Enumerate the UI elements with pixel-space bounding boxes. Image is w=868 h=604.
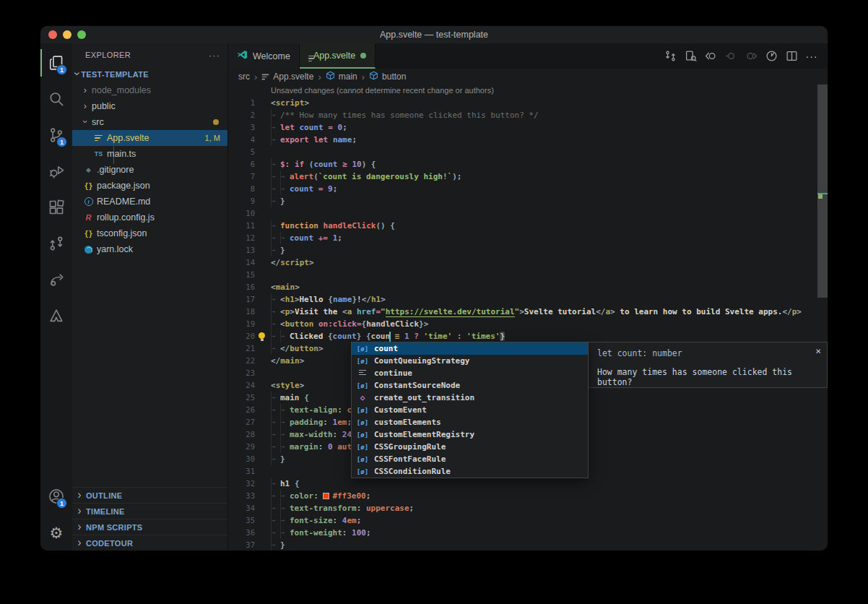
code-line-2[interactable]: 2→/** How many times has someone clicked… <box>228 109 828 121</box>
code-line-1[interactable]: 1<script> <box>228 97 828 109</box>
accounts-activity-icon[interactable]: 1 <box>40 478 72 514</box>
lightbulb-icon[interactable] <box>258 332 266 340</box>
more-actions-icon[interactable]: ··· <box>803 48 820 65</box>
open-changes-icon[interactable] <box>682 48 699 65</box>
tree-folder-src[interactable]: ›src <box>72 114 227 130</box>
section-label: OUTLINE <box>86 491 122 500</box>
code-line-14[interactable]: 14</script> <box>228 256 828 269</box>
breadcrumb-item-src[interactable]: src <box>238 72 250 82</box>
code-line-9[interactable]: 9→} <box>228 195 828 207</box>
breadcrumb-separator: › <box>318 72 321 82</box>
code-line-3[interactable]: 3→let count = 0; <box>228 121 828 134</box>
extensions-activity-icon[interactable] <box>40 189 72 225</box>
variable-symbol-icon: [ø] <box>355 382 370 389</box>
explorer-more-actions-icon[interactable]: ··· <box>209 50 220 61</box>
run-file-icon[interactable] <box>763 48 780 65</box>
variable-symbol-icon: [ø] <box>355 468 370 475</box>
suggestion-create_out_transition[interactable]: ◇create_out_transition <box>352 392 588 404</box>
breadcrumb-item-app-svelte[interactable]: App.svelte <box>261 72 313 82</box>
code-editor[interactable]: Unsaved changes (cannot determine recent… <box>228 85 828 551</box>
editor-scrollbar[interactable] <box>817 85 828 551</box>
code-line-16[interactable]: 16<main> <box>228 281 828 293</box>
code-line-12[interactable]: 12→→count += 1; <box>228 232 828 244</box>
tree-file-tsconfig-json[interactable]: {}tsconfig.json <box>72 225 227 241</box>
code-line-20[interactable]: 20→→Clicked {count} {coun ≡ 1 ? 'time' :… <box>228 330 828 342</box>
tree-file-readme-md[interactable]: iREADME.md <box>72 194 227 210</box>
code-line-4[interactable]: 4→export let name; <box>228 134 828 146</box>
suggestion-constantsourcenode[interactable]: [ø]ConstantSourceNode <box>352 379 588 392</box>
suggestion-cssgroupingrule[interactable]: [ø]CSSGroupingRule <box>352 441 588 453</box>
code-line-37[interactable]: 37→} <box>228 539 828 551</box>
section-codetour[interactable]: ›CODETOUR <box>72 535 227 551</box>
nav-back-icon[interactable] <box>702 48 719 65</box>
tree-folder-node-modules[interactable]: ›node_modules <box>72 82 227 98</box>
split-editor-icon[interactable] <box>783 48 800 65</box>
code-line-13[interactable]: 13→} <box>228 244 828 256</box>
breadcrumb-item-main[interactable]: main <box>326 71 357 82</box>
breadcrumb-item-button[interactable]: button <box>369 71 406 82</box>
code-line-15[interactable]: 15 <box>228 269 828 281</box>
code-line-17[interactable]: 17→<h1>Hello {name}!</h1> <box>228 293 828 306</box>
section-timeline[interactable]: ›TIMELINE <box>72 503 227 519</box>
suggestion-cssconditionrule[interactable]: [ø]CSSConditionRule <box>352 465 588 478</box>
code-line-18[interactable]: 18→<p>Visit the <a href="https://svelte.… <box>228 306 828 318</box>
suggestion-continue[interactable]: continue <box>352 367 588 379</box>
code-line-34[interactable]: 34→→text-transform: uppercase; <box>228 502 828 514</box>
tree-file-main-ts[interactable]: TSmain.ts <box>72 146 227 162</box>
tab-app-svelte[interactable]: App.svelte <box>300 43 376 69</box>
code-line-8[interactable]: 8→→count = 9; <box>228 183 828 195</box>
tab-welcome[interactable]: Welcome <box>228 43 300 69</box>
tree-file-app-svelte[interactable]: App.svelte1, M <box>72 130 227 146</box>
tab-label: App.svelte <box>313 51 355 61</box>
tree-file-package-json[interactable]: {}package.json <box>72 178 227 194</box>
section-label: NPM SCRIPTS <box>86 523 142 532</box>
suggestion-label: customElements <box>374 418 441 427</box>
code-line-36[interactable]: 36→→font-weight: 100; <box>228 527 828 539</box>
tree-file--gitignore[interactable]: ◆.gitignore <box>72 162 227 178</box>
code-line-19[interactable]: 19→<button on:click={handleClick}> <box>228 318 828 330</box>
git-compare-icon[interactable] <box>661 48 679 65</box>
line-number: 8 <box>228 183 271 195</box>
settings-activity-icon[interactable]: ⚙ <box>40 514 72 551</box>
file-label: App.svelte <box>107 133 149 143</box>
section-npm-scripts[interactable]: ›NPM SCRIPTS <box>72 519 227 535</box>
explorer-activity-icon[interactable]: 1 <box>40 45 72 81</box>
suggestion-customelementregistry[interactable]: [ø]CustomElementRegistry <box>352 428 588 441</box>
titlebar[interactable]: App.svelte — test-template <box>40 26 828 43</box>
modified-dot[interactable] <box>360 53 366 59</box>
code-line-10[interactable]: 10 <box>228 207 828 220</box>
run-debug-activity-icon[interactable] <box>40 153 72 189</box>
next-change-icon[interactable] <box>742 48 760 65</box>
section-outline[interactable]: ›OUTLINE <box>72 487 227 503</box>
github-pr-activity-icon[interactable] <box>40 225 72 262</box>
azure-activity-icon[interactable] <box>40 298 72 334</box>
code-line-11[interactable]: 11→function handleClick() { <box>228 220 828 232</box>
workspace-root-row[interactable]: › TEST-TEMPLATE <box>72 66 227 82</box>
suggestion-countqueuingstrategy[interactable]: [ø]CountQueuingStrategy <box>352 355 588 367</box>
code-line-32[interactable]: 32→h1 { <box>228 478 828 490</box>
sidebar-header: EXPLORER ··· <box>72 43 227 66</box>
scrollbar-thumb[interactable] <box>817 85 828 298</box>
tree-folder-public[interactable]: ›public <box>72 98 227 114</box>
line-number: 17 <box>228 293 271 306</box>
close-icon[interactable]: × <box>815 345 821 356</box>
suggestion-cssfontfacerule[interactable]: [ø]CSSFontFaceRule <box>352 453 588 465</box>
breadcrumb-separator: › <box>254 72 257 82</box>
tree-file-rollup-config-js[interactable]: Rrollup.config.js <box>72 210 227 225</box>
line-number: 24 <box>228 379 271 392</box>
code-line-35[interactable]: 35→→font-size: 4em; <box>228 514 828 527</box>
code-line-33[interactable]: 33→→color: #ff3e00; <box>228 490 828 502</box>
source-control-activity-icon[interactable]: 1 <box>40 117 72 153</box>
prev-change-icon[interactable] <box>722 48 739 65</box>
code-line-6[interactable]: 6→$: if (count ≥ 10) { <box>228 158 828 171</box>
live-share-activity-icon[interactable] <box>40 262 72 298</box>
suggestion-customevent[interactable]: [ø]CustomEvent <box>352 404 588 416</box>
suggestion-customelements[interactable]: [ø]customElements <box>352 416 588 428</box>
tree-file-yarn-lock[interactable]: yarn.lock <box>72 241 227 257</box>
suggestion-count[interactable]: [ø]count <box>352 342 588 355</box>
suggestion-label: CSSGroupingRule <box>374 442 446 452</box>
code-line-5[interactable]: 5 <box>228 146 828 158</box>
code-line-7[interactable]: 7→→alert(`count is dangerously high!`); <box>228 171 828 183</box>
search-activity-icon[interactable] <box>40 81 72 117</box>
badge: 1 <box>56 498 67 509</box>
